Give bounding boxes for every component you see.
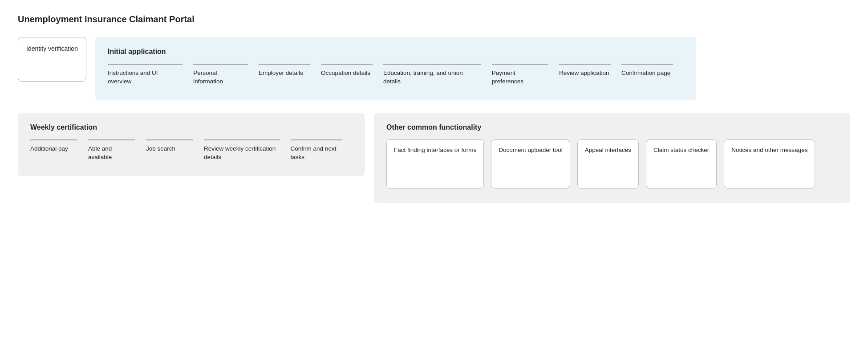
- other-func-card: Notices and other messages: [724, 139, 815, 188]
- weekly-cert-step: Job search: [146, 139, 204, 153]
- identity-verification-box: Identity verification: [18, 37, 86, 82]
- top-row: Identity verification Initial applicatio…: [18, 37, 850, 100]
- weekly-cert-step: Review weekly certification details: [204, 139, 291, 162]
- initial-app-step: Employer details: [259, 64, 321, 78]
- step-label: Review application: [559, 69, 609, 78]
- other-func-card: Appeal interfaces: [577, 139, 639, 188]
- bottom-row: Weekly certification Additional payAble …: [18, 113, 850, 203]
- initial-application-section: Initial application Instructions and UI …: [95, 37, 696, 100]
- initial-app-step: Education, training, and union details: [383, 64, 492, 86]
- initial-app-step: Review application: [559, 64, 621, 78]
- initial-application-title: Initial application: [108, 48, 684, 56]
- identity-verification-label: Identity verification: [26, 45, 78, 53]
- other-func-label: Fact finding interfaces or forms: [394, 146, 476, 155]
- initial-application-steps: Instructions and UI overviewPersonal inf…: [108, 64, 684, 86]
- step-label: Job search: [146, 145, 175, 153]
- other-func-card: Fact finding interfaces or forms: [386, 139, 484, 188]
- step-label: Able and available: [88, 145, 135, 162]
- other-func-label: Document uploader tool: [499, 146, 562, 155]
- other-func-label: Appeal interfaces: [585, 146, 631, 155]
- weekly-cert-step: Confirm and next tasks: [291, 139, 353, 162]
- other-functionality-title: Other common functionality: [386, 123, 838, 131]
- step-label: Additional pay: [30, 145, 68, 153]
- step-label: Occupation details: [321, 69, 370, 78]
- initial-app-step: Occupation details: [321, 64, 383, 78]
- initial-app-step: Payment preferences: [492, 64, 559, 86]
- weekly-certification-steps: Additional payAble and availableJob sear…: [30, 139, 353, 162]
- page-title: Unemployment Insurance Claimant Portal: [18, 14, 850, 25]
- other-func-label: Claim status checker: [653, 146, 709, 155]
- step-label: Payment preferences: [492, 69, 548, 86]
- initial-app-step: Personal information: [193, 64, 259, 86]
- step-label: Confirm and next tasks: [291, 145, 342, 162]
- step-label: Confirmation page: [621, 69, 670, 78]
- step-label: Education, training, and union details: [383, 69, 481, 86]
- other-func-card: Claim status checker: [646, 139, 717, 188]
- weekly-cert-step: Additional pay: [30, 139, 88, 153]
- weekly-certification-title: Weekly certification: [30, 123, 353, 131]
- initial-app-step: Instructions and UI overview: [108, 64, 193, 86]
- other-functionality-items: Fact finding interfaces or formsDocument…: [386, 139, 838, 188]
- other-func-card: Document uploader tool: [491, 139, 570, 188]
- step-label: Personal information: [193, 69, 248, 86]
- step-label: Review weekly certification details: [204, 145, 280, 162]
- other-func-label: Notices and other messages: [731, 146, 807, 155]
- initial-app-step: Confirmation page: [621, 64, 684, 78]
- step-label: Employer details: [259, 69, 303, 78]
- step-label: Instructions and UI overview: [108, 69, 183, 86]
- other-functionality-section: Other common functionality Fact finding …: [374, 113, 850, 203]
- weekly-certification-section: Weekly certification Additional payAble …: [18, 113, 365, 176]
- weekly-cert-step: Able and available: [88, 139, 146, 162]
